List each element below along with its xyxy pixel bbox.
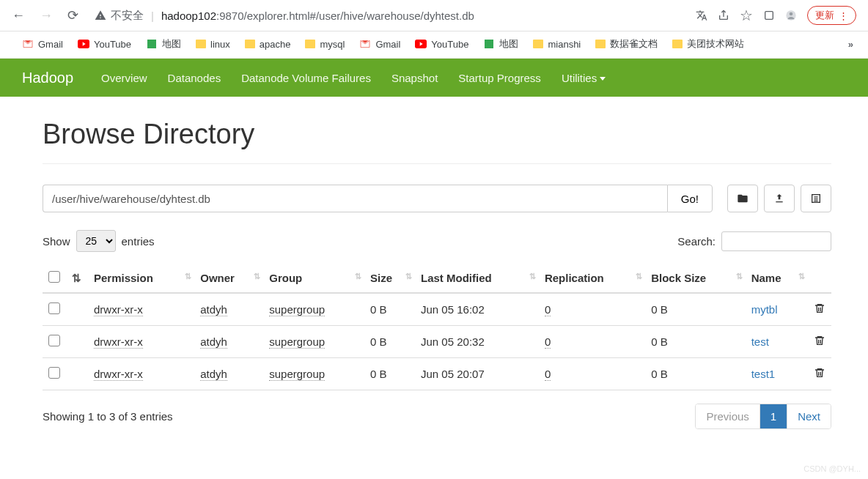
folder-icon bbox=[595, 40, 606, 48]
bookmark-maps[interactable]: 地图 bbox=[146, 37, 181, 51]
path-input[interactable] bbox=[43, 185, 667, 212]
sort-icon: ⇅ bbox=[529, 272, 536, 281]
cell-permission[interactable]: drwxr-xr-x bbox=[94, 335, 143, 349]
col-owner[interactable]: Owner⇅ bbox=[194, 264, 263, 293]
col-group[interactable]: Group⇅ bbox=[263, 264, 364, 293]
caret-down-icon bbox=[600, 77, 606, 81]
cell-group[interactable]: supergroup bbox=[269, 335, 325, 349]
folder-icon bbox=[245, 40, 255, 48]
row-checkbox[interactable] bbox=[48, 367, 60, 379]
translate-icon[interactable] bbox=[696, 10, 707, 21]
bookmark-maps-2[interactable]: 地图 bbox=[483, 37, 518, 51]
share-icon[interactable] bbox=[718, 10, 729, 21]
entries-label: entries bbox=[122, 235, 155, 248]
gmail-icon bbox=[22, 38, 34, 50]
sort-icon: ⇅ bbox=[254, 272, 260, 281]
sort-icon: ⇅ bbox=[636, 272, 642, 281]
bookmark-meituan[interactable]: 美团技术网站 bbox=[672, 37, 744, 51]
table-row: drwxr-xr-x atdyh supergroup 0 B Jun 05 2… bbox=[43, 358, 831, 390]
forward-button[interactable]: → bbox=[35, 5, 57, 26]
cell-replication[interactable]: 0 bbox=[545, 368, 551, 381]
cell-size: 0 B bbox=[364, 293, 415, 326]
sort-icon: ⇅ bbox=[736, 272, 743, 281]
folder-icon bbox=[305, 40, 315, 48]
nav-snapshot[interactable]: Snapshot bbox=[391, 72, 438, 84]
search-input[interactable] bbox=[721, 231, 831, 251]
bookmark-youtube[interactable]: YouTube bbox=[78, 38, 131, 50]
nav-utilities[interactable]: Utilities bbox=[562, 72, 606, 84]
cell-replication[interactable]: 0 bbox=[545, 303, 551, 316]
upload-button[interactable] bbox=[764, 185, 795, 212]
create-dir-button[interactable] bbox=[727, 185, 758, 212]
cell-permission[interactable]: drwxr-xr-x bbox=[94, 368, 143, 381]
cell-block-size: 0 B bbox=[645, 293, 746, 326]
bookmark-youtube-2[interactable]: YouTube bbox=[415, 38, 468, 50]
browser-toolbar: ← → ⟳ 不安全 | hadoop102:9870/explorer.html… bbox=[0, 0, 868, 31]
insecure-label: 不安全 bbox=[111, 9, 144, 23]
back-button[interactable]: ← bbox=[7, 5, 29, 26]
path-row: Go! bbox=[43, 185, 831, 212]
bookmarks-overflow[interactable]: » bbox=[848, 39, 859, 50]
toolbar-actions bbox=[727, 185, 831, 212]
page-content: Browse Directory Go! Show 25 entries Sea… bbox=[0, 97, 868, 444]
col-name[interactable]: Name⇅ bbox=[746, 264, 808, 293]
show-entries: Show 25 entries bbox=[43, 230, 155, 252]
bookmark-docs[interactable]: 数据雀文档 bbox=[595, 37, 658, 51]
col-size[interactable]: Size⇅ bbox=[364, 264, 415, 293]
col-modified[interactable]: Last Modified⇅ bbox=[415, 264, 539, 293]
trash-icon[interactable] bbox=[814, 302, 825, 314]
cell-owner[interactable]: atdyh bbox=[200, 303, 227, 316]
select-all-checkbox[interactable] bbox=[48, 271, 60, 283]
table-row: drwxr-xr-x atdyh supergroup 0 B Jun 05 1… bbox=[43, 293, 831, 326]
cell-size: 0 B bbox=[364, 326, 415, 358]
bookmark-mianshi[interactable]: mianshi bbox=[533, 39, 581, 50]
bookmark-apache[interactable]: apache bbox=[245, 39, 291, 50]
bookmark-linux[interactable]: linux bbox=[196, 39, 230, 50]
nav-datanodes[interactable]: Datanodes bbox=[168, 72, 221, 84]
cell-modified: Jun 05 20:32 bbox=[415, 326, 539, 358]
brand[interactable]: Hadoop bbox=[22, 70, 73, 86]
cell-group[interactable]: supergroup bbox=[269, 368, 325, 381]
bookmark-gmail-2[interactable]: Gmail bbox=[359, 38, 400, 50]
bookmark-mysql[interactable]: mysql bbox=[305, 39, 345, 50]
go-button[interactable]: Go! bbox=[667, 185, 713, 212]
cell-name-link[interactable]: mytbl bbox=[751, 303, 778, 316]
cell-name-link[interactable]: test bbox=[751, 335, 769, 348]
col-permission[interactable]: Permission⇅ bbox=[88, 264, 194, 293]
col-replication[interactable]: Replication⇅ bbox=[539, 264, 645, 293]
url-separator: | bbox=[151, 10, 154, 22]
update-button[interactable]: 更新 ⋮ bbox=[807, 6, 856, 25]
entries-select[interactable]: 25 bbox=[76, 230, 116, 252]
cell-permission[interactable]: drwxr-xr-x bbox=[94, 303, 143, 316]
col-block-size[interactable]: Block Size⇅ bbox=[645, 264, 746, 293]
nav-overview[interactable]: Overview bbox=[101, 72, 147, 84]
cell-owner[interactable]: atdyh bbox=[200, 335, 227, 349]
cell-modified: Jun 05 20:07 bbox=[415, 358, 539, 390]
trash-icon[interactable] bbox=[814, 335, 825, 346]
extensions-icon[interactable] bbox=[763, 10, 775, 21]
table-header-row: ⇅ Permission⇅ Owner⇅ Group⇅ Size⇅ Last M… bbox=[43, 264, 831, 293]
cut-button[interactable] bbox=[801, 185, 831, 212]
next-button[interactable]: Next bbox=[787, 404, 831, 428]
update-label: 更新 bbox=[815, 9, 834, 22]
profile-icon[interactable] bbox=[785, 10, 797, 21]
nav-volume-failures[interactable]: Datanode Volume Failures bbox=[241, 72, 371, 84]
sort-icon: ⇅ bbox=[185, 272, 191, 281]
row-checkbox[interactable] bbox=[48, 335, 60, 346]
bookmark-gmail[interactable]: Gmail bbox=[22, 38, 63, 50]
address-bar[interactable]: 不安全 | hadoop102:9870/explorer.html#/user… bbox=[89, 9, 690, 23]
bookmark-star-icon[interactable]: ☆ bbox=[740, 7, 753, 24]
row-checkbox[interactable] bbox=[48, 302, 60, 314]
trash-icon[interactable] bbox=[814, 367, 825, 379]
cell-replication[interactable]: 0 bbox=[545, 335, 551, 349]
page-1-button[interactable]: 1 bbox=[760, 404, 787, 428]
cell-name-link[interactable]: test1 bbox=[751, 368, 776, 380]
cell-owner[interactable]: atdyh bbox=[200, 368, 227, 381]
path-input-group: Go! bbox=[43, 185, 713, 212]
sort-icon[interactable]: ⇅ bbox=[72, 272, 81, 284]
prev-button[interactable]: Previous bbox=[696, 404, 760, 428]
maps-icon bbox=[483, 38, 495, 50]
cell-group[interactable]: supergroup bbox=[269, 303, 325, 316]
nav-startup-progress[interactable]: Startup Progress bbox=[458, 72, 541, 84]
reload-button[interactable]: ⟳ bbox=[63, 4, 83, 26]
